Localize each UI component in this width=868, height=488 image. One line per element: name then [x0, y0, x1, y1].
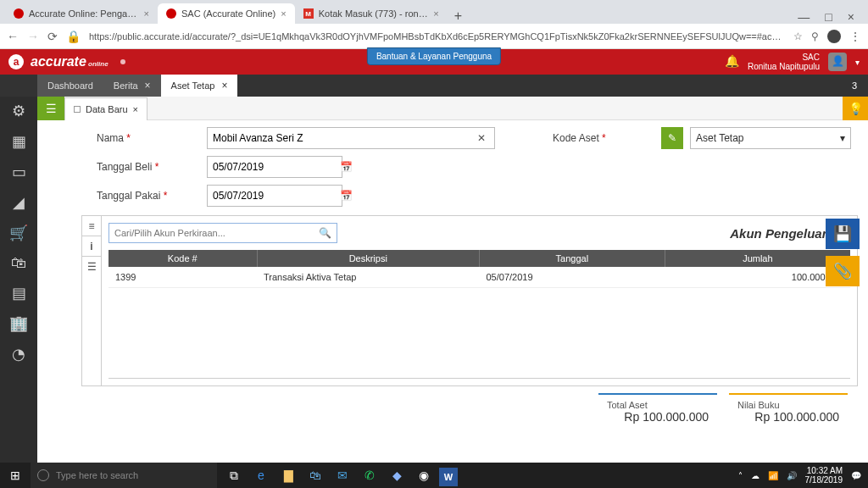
nilai-buku-box: Nilai Buku Rp 100.000.000: [729, 393, 848, 425]
col-kode[interactable]: Kode #: [108, 250, 257, 267]
logo-icon: a: [8, 54, 24, 69]
window-minimize-icon[interactable]: —: [798, 10, 810, 24]
attach-button[interactable]: 📎: [826, 256, 860, 286]
tray-wifi-icon[interactable]: 📶: [768, 471, 778, 480]
wallet-icon[interactable]: ◢: [13, 193, 25, 212]
edge-icon[interactable]: e: [249, 463, 273, 488]
panel-body: 🔍 Akun Pengeluaran * Kode # Deskripsi Ta…: [102, 215, 858, 386]
tab-dashboard[interactable]: Dashboard: [37, 75, 103, 97]
total-aset-label: Total Aset: [607, 400, 709, 410]
search-icon[interactable]: ⚲: [811, 30, 819, 42]
totals-row: Total Aset Rp 100.000.000 Nilai Buku Rp …: [37, 386, 858, 425]
hint-button[interactable]: 💡: [843, 97, 868, 120]
akun-search-field[interactable]: [114, 228, 319, 238]
menu-icon[interactable]: ⋮: [849, 30, 861, 43]
col-deskripsi[interactable]: Deskripsi: [257, 250, 480, 267]
gear-icon[interactable]: ⚙: [12, 102, 25, 120]
search-icon[interactable]: 🔍: [319, 227, 331, 239]
forward-icon[interactable]: →: [27, 30, 39, 43]
label-nama: Nama *: [97, 132, 198, 144]
tray-up-icon[interactable]: ˄: [738, 471, 743, 480]
new-tab-button[interactable]: +: [448, 8, 469, 24]
calendar-icon[interactable]: 📅: [340, 190, 353, 202]
input-tanggal-beli[interactable]: 📅: [207, 156, 342, 178]
close-icon[interactable]: ×: [144, 8, 149, 19]
whatsapp-icon[interactable]: ✆: [358, 463, 381, 488]
close-icon[interactable]: ×: [145, 80, 151, 92]
tab-berita[interactable]: Berita×: [103, 75, 161, 97]
akun-search[interactable]: 🔍: [108, 223, 337, 243]
input-tanggal-pakai[interactable]: 📅: [207, 185, 342, 207]
back-icon[interactable]: ←: [7, 30, 19, 43]
close-icon[interactable]: ×: [433, 8, 438, 19]
task-view-icon[interactable]: ⧉: [222, 463, 246, 488]
browser-tab[interactable]: SAC (Accurate Online) ×: [158, 3, 295, 24]
windows-taskbar: ⊞ Type here to search ⧉ e ▇ 🛍 ✉ ✆ ◆ ◉ W …: [0, 463, 868, 488]
url-text[interactable]: https://public.accurate.id/accurate/?_ds…: [89, 31, 785, 42]
chart-icon[interactable]: ◔: [12, 345, 25, 363]
word-icon[interactable]: W: [439, 468, 458, 486]
notification-count[interactable]: 3: [846, 80, 868, 91]
store-icon[interactable]: 🛍: [303, 463, 327, 488]
window-restore-icon[interactable]: □: [825, 10, 832, 24]
mail-icon[interactable]: ✉: [331, 463, 354, 488]
list-view-button[interactable]: ☰: [37, 97, 64, 120]
tray-time[interactable]: 10:32 AM: [805, 466, 843, 475]
close-icon[interactable]: ×: [221, 80, 227, 92]
chrome-icon[interactable]: ◉: [412, 463, 436, 488]
input-nama[interactable]: ✕: [207, 127, 495, 149]
cart-icon[interactable]: 🛒: [9, 224, 28, 242]
label-tanggal-pakai: Tanggal Pakai *: [97, 190, 198, 202]
browser-tab[interactable]: Accurate Online: Pengaturan Dat ×: [5, 3, 158, 24]
tray-volume-icon[interactable]: 🔊: [787, 471, 797, 480]
col-jumlah[interactable]: Jumlah: [665, 250, 850, 267]
bookmark-icon[interactable]: ☆: [793, 30, 803, 42]
user-menu-icon[interactable]: ▾: [855, 58, 860, 67]
tanggal-beli-field[interactable]: [213, 161, 340, 173]
settings-icon[interactable]: ◆: [385, 463, 409, 488]
tanggal-pakai-field[interactable]: [213, 190, 340, 202]
edit-kode-button[interactable]: ✎: [661, 127, 683, 149]
calendar-icon[interactable]: 📅: [340, 161, 353, 173]
favicon-icon: [166, 8, 176, 19]
cell-deskripsi: Transaksi Aktiva Tetap: [257, 267, 480, 288]
doc-icon: [74, 106, 81, 113]
browser-tab[interactable]: M Kotak Masuk (773) - roni.rikson@ ×: [295, 3, 448, 24]
explorer-icon[interactable]: ▇: [276, 463, 300, 488]
save-button[interactable]: 💾: [826, 219, 860, 249]
document-tab-strip: ☰ Data Baru × 💡: [37, 97, 868, 120]
col-tanggal[interactable]: Tanggal: [480, 250, 665, 267]
document-tab[interactable]: Data Baru ×: [64, 97, 147, 120]
nilai-buku-label: Nilai Buku: [737, 400, 839, 410]
vtab-list[interactable]: ≡: [82, 216, 101, 236]
bell-icon[interactable]: 🔔: [725, 55, 739, 68]
nilai-buku-value: Rp 100.000.000: [737, 410, 839, 424]
address-bar: ← → ⟳ 🔒 https://public.accurate.id/accur…: [0, 24, 868, 49]
start-button[interactable]: ⊞: [0, 469, 31, 482]
table-row[interactable]: 1399 Transaksi Aktiva Tetap 05/07/2019 1…: [108, 267, 850, 288]
bag-icon[interactable]: 🛍: [11, 254, 26, 272]
help-banner[interactable]: Bantuan & Layanan Pengguna: [367, 47, 501, 65]
building-icon[interactable]: 🏢: [9, 314, 28, 333]
vtab-info[interactable]: i: [82, 236, 101, 257]
reload-icon[interactable]: ⟳: [47, 30, 58, 43]
taskbar-search[interactable]: Type here to search: [31, 463, 217, 488]
grid-icon[interactable]: ▦: [12, 132, 26, 151]
profile-icon[interactable]: [827, 30, 841, 43]
book-icon[interactable]: ▭: [12, 163, 26, 181]
archive-icon[interactable]: ▤: [12, 284, 26, 302]
window-close-icon[interactable]: ×: [848, 10, 854, 24]
select-kode-aset[interactable]: Aset Tetap ▾: [690, 127, 851, 149]
tab-aset-tetap[interactable]: Aset Tetap×: [161, 75, 238, 97]
tray-date[interactable]: 7/18/2019: [805, 475, 843, 485]
nama-field[interactable]: [213, 132, 474, 144]
tray-notification-icon[interactable]: 💬: [851, 471, 861, 480]
vtab-coins[interactable]: ☰: [82, 257, 101, 277]
cell-jumlah: 100.000.000: [665, 267, 850, 288]
select-value: Aset Tetap: [696, 132, 743, 144]
clear-icon[interactable]: ✕: [474, 132, 489, 144]
tray-cloud-icon[interactable]: ☁: [751, 471, 760, 480]
avatar[interactable]: 👤: [828, 53, 847, 71]
close-icon[interactable]: ×: [133, 104, 138, 114]
close-icon[interactable]: ×: [281, 8, 286, 19]
